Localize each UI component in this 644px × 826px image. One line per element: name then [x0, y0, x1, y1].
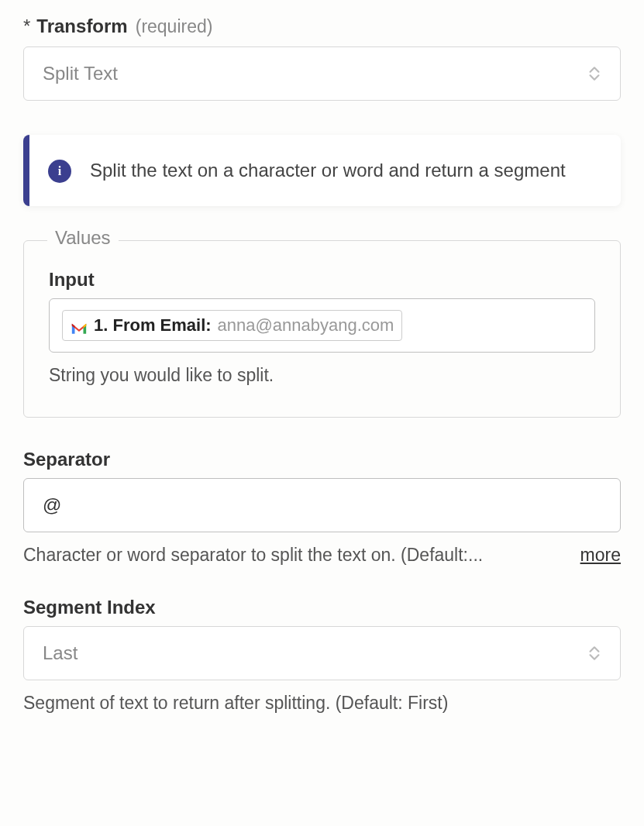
gmail-icon	[71, 319, 88, 332]
info-icon: i	[48, 160, 71, 183]
input-pill-value: anna@annabyang.com	[218, 315, 394, 336]
segment-index-help-text: Segment of text to return after splittin…	[23, 693, 621, 714]
more-link[interactable]: more	[580, 545, 621, 566]
input-label: Input	[49, 269, 595, 291]
input-pill-label: 1. From Email:	[94, 315, 212, 336]
transform-label-text: Transform	[36, 15, 127, 37]
separator-label: Separator	[23, 449, 621, 470]
segment-index-section: Segment Index Last Segment of text to re…	[23, 597, 621, 714]
required-hint: (required)	[136, 16, 213, 37]
values-fieldset: Values Input 1. From Email: anna@annabya…	[23, 240, 621, 418]
segment-index-selected-value: Last	[43, 642, 77, 664]
values-legend: Values	[47, 227, 119, 249]
separator-help-text: Character or word separator to split the…	[23, 545, 565, 566]
separator-section: Separator Character or word separator to…	[23, 449, 621, 566]
chevron-up-down-icon	[587, 66, 601, 81]
transform-label: * Transform (required)	[23, 15, 621, 37]
transform-select[interactable]: Split Text	[23, 46, 621, 101]
segment-index-select[interactable]: Last	[23, 626, 621, 680]
transform-selected-value: Split Text	[43, 63, 118, 84]
separator-input[interactable]	[23, 478, 621, 532]
info-text: Split the text on a character or word an…	[90, 157, 566, 184]
segment-index-label: Segment Index	[23, 597, 621, 618]
info-callout: i Split the text on a character or word …	[23, 135, 621, 206]
input-pill[interactable]: 1. From Email: anna@annabyang.com	[62, 310, 402, 341]
chevron-up-down-icon	[587, 645, 601, 661]
required-asterisk: *	[23, 15, 30, 37]
input-help-text: String you would like to split.	[49, 365, 595, 386]
input-field[interactable]: 1. From Email: anna@annabyang.com	[49, 298, 595, 353]
